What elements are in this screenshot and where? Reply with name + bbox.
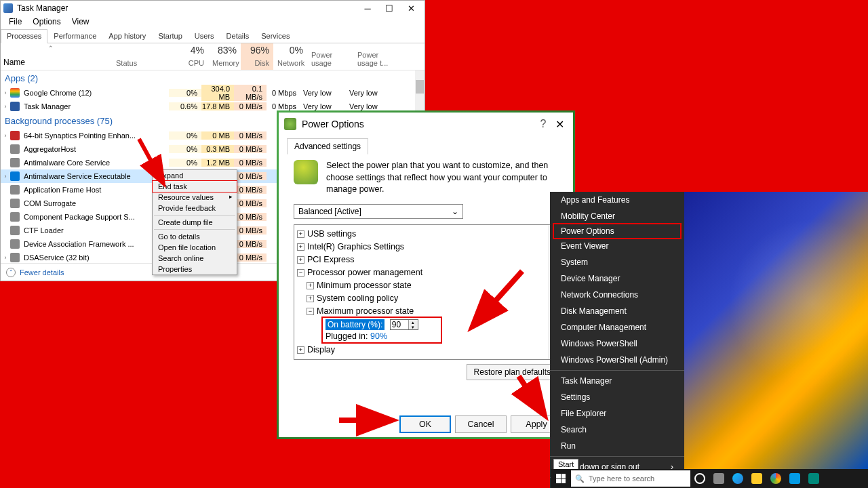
collapse-icon[interactable]: − bbox=[307, 308, 314, 315]
tab-users[interactable]: Users bbox=[189, 29, 220, 43]
winx-system[interactable]: System bbox=[550, 254, 684, 270]
col-memory[interactable]: 83%Memory bbox=[208, 43, 241, 70]
tree-multimedia[interactable]: +Multimedia settings bbox=[297, 357, 555, 360]
winx-power-options[interactable]: Power Options bbox=[553, 223, 682, 239]
winx-event-viewer[interactable]: Event Viewer bbox=[550, 238, 684, 254]
col-disk[interactable]: 96%Disk bbox=[241, 43, 273, 70]
winx-search[interactable]: Search bbox=[550, 422, 684, 438]
taskbar-chrome[interactable] bbox=[766, 469, 785, 488]
start-button[interactable] bbox=[551, 469, 571, 488]
tree-cool[interactable]: +System cooling policy bbox=[297, 292, 555, 305]
ctx-go-to-details[interactable]: Go to details bbox=[153, 231, 237, 242]
tab-services[interactable]: Services bbox=[255, 29, 296, 43]
ok-button[interactable]: OK bbox=[399, 415, 451, 433]
tree-ppm[interactable]: −Processor power management bbox=[297, 266, 555, 279]
cancel-button[interactable]: Cancel bbox=[455, 415, 507, 433]
title-bar[interactable]: Power Options ? ✕ bbox=[279, 113, 573, 136]
spin-up-icon[interactable]: ▴ bbox=[409, 320, 418, 325]
taskbar-taskview[interactable] bbox=[709, 469, 728, 488]
on-battery-spinner[interactable]: ▴▾ bbox=[390, 319, 418, 330]
winx-run[interactable]: Run bbox=[550, 438, 684, 454]
ctx-create-dump[interactable]: Create dump file bbox=[153, 217, 237, 228]
spin-down-icon[interactable]: ▾ bbox=[409, 325, 418, 329]
expand-icon[interactable]: › bbox=[1, 103, 10, 110]
tab-startup[interactable]: Startup bbox=[152, 29, 188, 43]
taskbar-app[interactable] bbox=[785, 469, 804, 488]
winx-mobility[interactable]: Mobility Center bbox=[550, 208, 684, 224]
plan-dropdown[interactable]: Balanced [Active]⌄ bbox=[294, 204, 463, 219]
col-power[interactable]: Power usage bbox=[307, 43, 353, 70]
on-battery-input[interactable] bbox=[391, 320, 408, 329]
expand-icon[interactable]: + bbox=[297, 230, 304, 238]
expand-icon[interactable]: › bbox=[1, 173, 10, 180]
winx-powershell[interactable]: Windows PowerShell bbox=[550, 336, 684, 352]
ctx-search-online[interactable]: Search online bbox=[153, 253, 237, 264]
taskbar-cortana[interactable] bbox=[690, 469, 709, 488]
restore-defaults-button[interactable]: Restore plan defaults bbox=[467, 364, 558, 380]
expand-icon[interactable]: + bbox=[307, 282, 314, 289]
app-icon bbox=[10, 212, 20, 222]
tab-advanced[interactable]: Advanced settings bbox=[287, 138, 368, 155]
expand-icon[interactable]: + bbox=[297, 359, 304, 360]
winx-task-manager[interactable]: Task Manager bbox=[550, 373, 684, 389]
winx-apps[interactable]: Apps and Features bbox=[550, 192, 684, 208]
menu-view[interactable]: View bbox=[66, 16, 95, 29]
tree-min[interactable]: +Minimum processor state bbox=[297, 279, 555, 292]
winx-device-manager[interactable]: Device Manager bbox=[550, 270, 684, 287]
taskbar-search[interactable]: 🔍Type here to search bbox=[571, 470, 690, 487]
plugged-in-row[interactable]: Plugged in: 90% bbox=[326, 331, 438, 341]
taskbar-app[interactable] bbox=[804, 469, 823, 488]
menu-file[interactable]: File bbox=[3, 16, 27, 29]
settings-tree: +USB settings +Intel(R) Graphics Setting… bbox=[294, 224, 558, 360]
expand-icon[interactable]: + bbox=[297, 346, 304, 354]
ctx-open-location[interactable]: Open file location bbox=[153, 242, 237, 253]
ctx-resource-values[interactable]: Resource values▸ bbox=[153, 192, 237, 203]
title-bar[interactable]: Task Manager ─ ☐ ✕ bbox=[1, 1, 425, 16]
maximize-button[interactable]: ☐ bbox=[378, 1, 400, 16]
col-name[interactable]: ⌃Name bbox=[1, 43, 113, 70]
winx-settings[interactable]: Settings bbox=[550, 389, 684, 405]
scroll-thumb[interactable] bbox=[416, 80, 424, 94]
tree-pci[interactable]: +PCI Express bbox=[297, 253, 555, 266]
col-status[interactable]: Status bbox=[113, 43, 176, 70]
expand-icon[interactable]: + bbox=[297, 256, 304, 264]
col-power-trend[interactable]: Power usage t... bbox=[353, 43, 402, 70]
section-apps[interactable]: Apps (2) bbox=[1, 70, 425, 86]
expand-icon[interactable]: › bbox=[1, 89, 10, 96]
taskbar-edge[interactable] bbox=[728, 469, 747, 488]
tab-processes[interactable]: Processes bbox=[1, 29, 47, 43]
tab-app-history[interactable]: App history bbox=[102, 29, 152, 43]
content: Select the power plan that you want to c… bbox=[279, 155, 573, 365]
app-icon bbox=[10, 144, 20, 154]
collapse-icon[interactable]: − bbox=[297, 269, 304, 277]
col-cpu[interactable]: 4%CPU bbox=[176, 43, 208, 70]
winx-disk-management[interactable]: Disk Management bbox=[550, 303, 684, 319]
help-button[interactable]: ? bbox=[535, 118, 551, 130]
tab-details[interactable]: Details bbox=[220, 29, 256, 43]
tree-usb[interactable]: +USB settings bbox=[297, 228, 555, 241]
tab-performance[interactable]: Performance bbox=[47, 29, 102, 43]
col-network[interactable]: 0%Network bbox=[273, 43, 307, 70]
expand-icon[interactable]: + bbox=[297, 243, 304, 251]
taskbar-explorer[interactable] bbox=[747, 469, 766, 488]
app-icon bbox=[10, 171, 20, 181]
expand-icon[interactable]: › bbox=[1, 132, 10, 139]
close-button[interactable]: ✕ bbox=[551, 118, 568, 131]
tree-display[interactable]: +Display bbox=[297, 344, 555, 357]
expand-icon[interactable]: + bbox=[307, 295, 314, 302]
minimize-button[interactable]: ─ bbox=[357, 1, 378, 16]
winx-powershell-admin[interactable]: Windows PowerShell (Admin) bbox=[550, 352, 684, 368]
tree-intel[interactable]: +Intel(R) Graphics Settings bbox=[297, 241, 555, 253]
winx-network-connections[interactable]: Network Connections bbox=[550, 287, 684, 303]
ctx-properties[interactable]: Properties bbox=[153, 264, 237, 274]
ctx-expand[interactable]: Expand bbox=[153, 170, 237, 181]
close-button[interactable]: ✕ bbox=[400, 1, 422, 16]
winx-file-explorer[interactable]: File Explorer bbox=[550, 405, 684, 422]
fewer-details-button[interactable]: ⌃Fewer details bbox=[6, 268, 64, 277]
menu-options[interactable]: Options bbox=[27, 16, 66, 29]
expand-icon[interactable]: › bbox=[1, 254, 10, 261]
ctx-provide-feedback[interactable]: Provide feedback bbox=[153, 203, 237, 214]
row-chrome[interactable]: ›Google Chrome (12)0%304.0 MB0.1 MB/s0 M… bbox=[1, 86, 425, 100]
ctx-end-task[interactable]: End task bbox=[152, 180, 237, 192]
winx-computer-management[interactable]: Computer Management bbox=[550, 319, 684, 336]
